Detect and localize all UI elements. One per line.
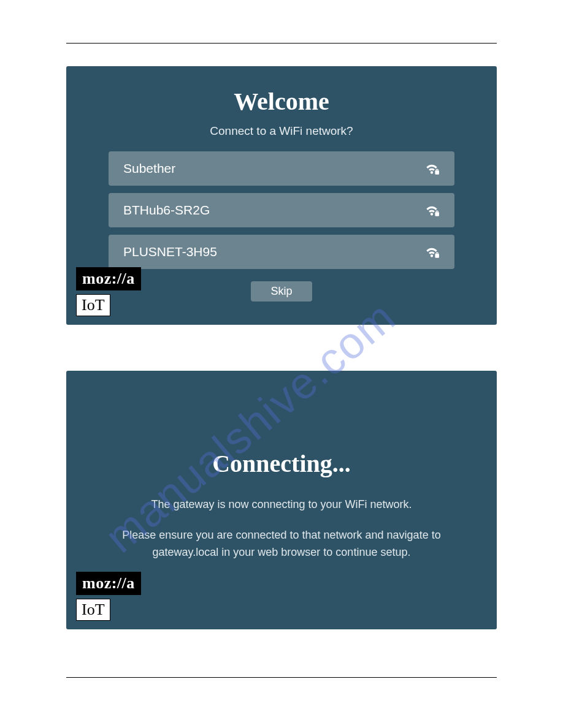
connecting-panel: Connecting... The gateway is now connect… [66,371,497,629]
connecting-line1: The gateway is now connecting to your Wi… [91,496,472,514]
wifi-ssid-label: Subether [123,161,175,176]
wifi-network-list: Subether BTHub6-SR2G PLUSNET-3H95 [109,151,454,269]
wifi-network-item[interactable]: PLUSNET-3H95 [109,235,454,269]
wifi-secure-icon [424,245,440,259]
wifi-network-item[interactable]: BTHub6-SR2G [109,193,454,227]
skip-button[interactable]: Skip [251,281,312,301]
wifi-network-item[interactable]: Subether [109,151,454,186]
divider-bottom [66,677,497,678]
svg-rect-5 [436,252,438,254]
wifi-secure-icon [424,162,440,175]
welcome-subtitle: Connect to a WiFi network? [66,124,497,138]
mozilla-logo: moz://a [76,267,141,290]
mozilla-logo: moz://a [76,572,141,595]
iot-logo: IoT [76,599,110,621]
wifi-setup-panel: Welcome Connect to a WiFi network? Subet… [66,66,497,325]
divider-top [66,43,497,44]
wifi-ssid-label: PLUSNET-3H95 [123,245,217,259]
wifi-ssid-label: BTHub6-SR2G [123,203,210,218]
wifi-secure-icon [424,203,440,217]
connecting-body: The gateway is now connecting to your Wi… [66,496,497,561]
welcome-title: Welcome [66,66,497,116]
svg-rect-1 [436,169,438,171]
connecting-line2: Please ensure you are connected to that … [91,527,472,561]
svg-rect-3 [436,211,438,213]
iot-logo: IoT [76,294,110,316]
brand-badges: moz://a IoT [76,267,141,316]
connecting-title: Connecting... [66,371,497,478]
brand-badges: moz://a IoT [76,572,141,621]
